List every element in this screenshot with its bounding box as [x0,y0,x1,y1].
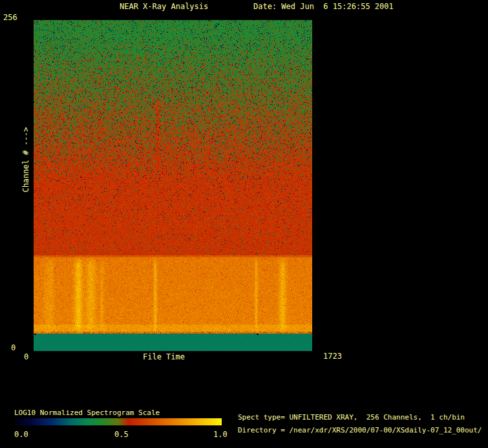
date-label: Date: Wed Jun 6 15:26:55 2001 [253,3,394,11]
y-axis-min-label: 0 [11,344,16,352]
x-axis-title: File Time [143,353,185,361]
colorbar-tick-min: 0.0 [14,431,28,439]
colorbar-title: LOG10 Normalized Spectrogram Scale [14,409,160,417]
x-axis-min-label: 0 [24,353,28,361]
spectrogram-image [34,20,312,351]
colorbar-gradient [14,418,222,425]
colorbar-tick-max: 1.0 [213,431,228,439]
y-axis-max-label: 256 [3,14,17,22]
page-title: NEAR X-Ray Analysis [120,3,208,11]
near-xray-analysis-window: NEAR X-Ray Analysis Date: Wed Jun 6 15:2… [0,0,488,448]
y-axis-title: Channel # ---> [21,127,30,192]
spect-type-line: Spect type= UNFILTERED XRAY, 256 Channel… [238,413,465,421]
directory-line: Directory = /near/xdr/XRS/2000/07-00/XSd… [238,426,482,434]
x-axis-max-label: 1723 [323,352,342,361]
colorbar-tick-mid: 0.5 [114,431,129,439]
